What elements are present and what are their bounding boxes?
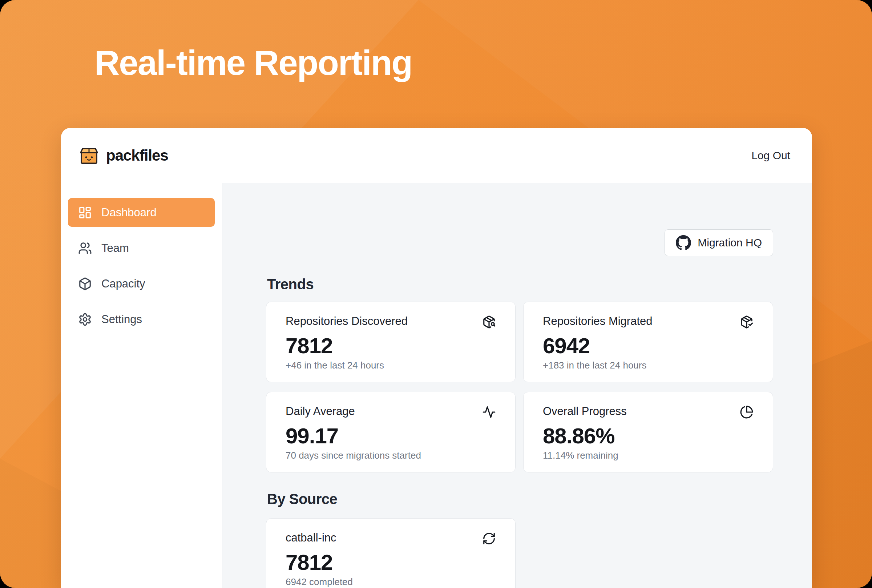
card-value: 6942 — [543, 334, 754, 358]
sync-icon — [482, 532, 496, 546]
page-title: Real-time Reporting — [94, 43, 412, 83]
card-value: 7812 — [286, 550, 496, 574]
users-icon — [78, 241, 92, 255]
package-check-icon — [740, 315, 754, 329]
packfiles-logo-icon — [78, 144, 100, 167]
card-subtext: 11.14% remaining — [543, 450, 754, 461]
brand: packfiles — [78, 144, 168, 167]
source-card-catball-inc: catball-inc 7812 6942 completed — [266, 518, 515, 588]
pie-chart-icon — [740, 405, 754, 419]
app-window: packfiles Log Out Dashboard — [61, 128, 812, 588]
sidebar: Dashboard Team — [61, 183, 222, 588]
card-subtext: 6942 completed — [286, 576, 496, 588]
package-search-icon — [482, 315, 496, 329]
card-subtext: +183 in the last 24 hours — [543, 359, 754, 371]
trend-card-repositories-discovered: Repositories Discovered 7812 +46 in the … — [266, 302, 515, 382]
window-body: Dashboard Team — [61, 183, 812, 588]
trend-card-repositories-migrated: Repositories Migrated 6942 +183 in the l… — [523, 302, 773, 382]
sidebar-item-dashboard[interactable]: Dashboard — [68, 198, 215, 227]
card-title: catball-inc — [286, 531, 336, 545]
migration-hq-label: Migration HQ — [698, 237, 762, 249]
activity-icon — [482, 405, 496, 419]
logout-button[interactable]: Log Out — [749, 149, 793, 162]
card-value: 99.17 — [286, 424, 496, 448]
brand-name: packfiles — [106, 147, 168, 164]
card-subtext: +46 in the last 24 hours — [286, 359, 496, 371]
card-value: 88.86% — [543, 424, 754, 448]
card-title: Repositories Migrated — [543, 314, 653, 328]
package-icon — [78, 277, 92, 291]
card-title: Overall Progress — [543, 405, 627, 418]
trend-card-overall-progress: Overall Progress 88.86% 11.14% remaining — [523, 392, 773, 472]
sidebar-item-team[interactable]: Team — [68, 234, 215, 262]
sidebar-item-label: Settings — [101, 313, 142, 326]
card-value: 7812 — [286, 334, 496, 358]
card-title: Daily Average — [286, 405, 355, 418]
card-title: Repositories Discovered — [286, 314, 408, 328]
dashboard-icon — [78, 206, 92, 219]
trends-heading: Trends — [267, 276, 313, 292]
trend-card-daily-average: Daily Average 99.17 70 days since migrat… — [266, 392, 515, 472]
sidebar-item-settings[interactable]: Settings — [68, 305, 215, 334]
sidebar-item-label: Team — [101, 242, 129, 255]
app-header: packfiles Log Out — [61, 128, 812, 183]
card-subtext: 70 days since migrations started — [286, 450, 496, 461]
by-source-heading: By Source — [267, 491, 337, 507]
migration-hq-button[interactable]: Migration HQ — [665, 230, 773, 256]
gear-icon — [78, 312, 92, 326]
sidebar-item-label: Dashboard — [101, 206, 157, 219]
sidebar-item-label: Capacity — [101, 277, 145, 290]
main-content: Migration HQ Trends Repositories Discove… — [222, 183, 812, 588]
page-background: Real-time Reporting packfiles Log Out — [0, 0, 872, 588]
sidebar-item-capacity[interactable]: Capacity — [68, 269, 215, 298]
github-icon — [676, 235, 691, 250]
